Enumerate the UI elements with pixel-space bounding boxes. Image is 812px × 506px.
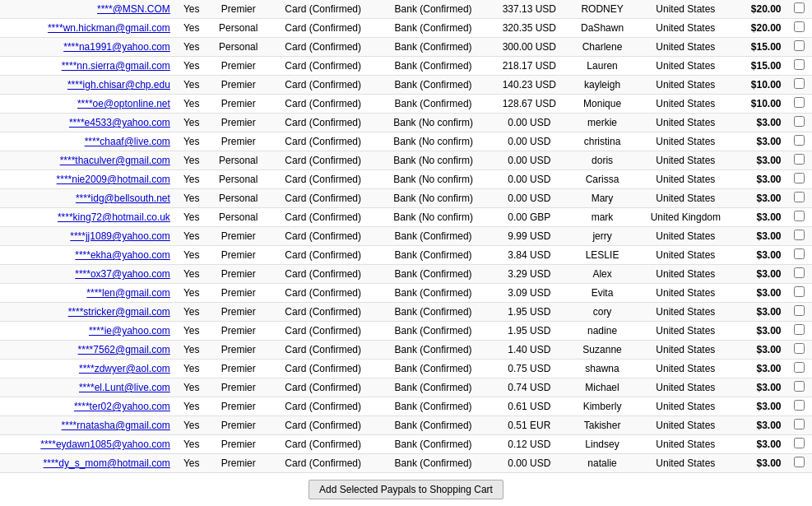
- email-cell[interactable]: ****jj1089@yahoo.com: [0, 227, 175, 246]
- verified-cell: Yes: [175, 114, 208, 132]
- type-cell: Personal: [207, 38, 269, 57]
- bank-cell: Bank (No confirm): [377, 189, 489, 208]
- email-cell[interactable]: ****king72@hotmail.co.uk: [0, 208, 175, 227]
- row-checkbox[interactable]: [794, 400, 805, 411]
- row-checkbox[interactable]: [794, 21, 805, 32]
- row-checkbox[interactable]: [794, 97, 805, 108]
- table-row: ****nn.sierra@gmail.comYesPremierCard (C…: [0, 57, 812, 76]
- card-cell: Card (Confirmed): [269, 265, 377, 284]
- email-cell[interactable]: ****wn.hickman@gmail.com: [0, 19, 175, 38]
- table-row: ****ekha@yahoo.comYesPremierCard (Confir…: [0, 246, 812, 265]
- checkbox-cell: [786, 246, 812, 265]
- row-checkbox[interactable]: [794, 154, 805, 165]
- email-cell[interactable]: ****zdwyer@aol.com: [0, 360, 175, 378]
- email-cell[interactable]: ****dy_s_mom@hotmail.com: [0, 454, 175, 473]
- row-checkbox[interactable]: [794, 230, 805, 240]
- row-checkbox[interactable]: [794, 419, 805, 429]
- email-cell[interactable]: ****ekha@yahoo.com: [0, 246, 175, 265]
- balance-cell: 1.95 USD: [490, 322, 569, 341]
- bank-cell: Bank (Confirmed): [377, 0, 489, 19]
- country-cell: United States: [635, 360, 735, 378]
- name-cell: Lauren: [569, 57, 635, 76]
- email-cell[interactable]: ****chaaf@live.com: [0, 132, 175, 151]
- amount-cell: $20.00: [735, 0, 786, 19]
- row-checkbox[interactable]: [794, 286, 805, 297]
- card-cell: Card (Confirmed): [269, 19, 377, 38]
- email-cell[interactable]: ****@MSN.COM: [0, 0, 175, 19]
- balance-cell: 1.95 USD: [490, 303, 569, 322]
- balance-cell: 3.29 USD: [490, 265, 569, 284]
- email-cell[interactable]: ****oe@optonline.net: [0, 95, 175, 114]
- country-cell: United States: [635, 246, 735, 265]
- email-cell[interactable]: ****ox37@yahoo.com: [0, 265, 175, 284]
- row-checkbox[interactable]: [794, 438, 805, 448]
- table-row: ****jj1089@yahoo.comYesPremierCard (Conf…: [0, 227, 812, 246]
- email-cell[interactable]: ****na1991@yahoo.com: [0, 38, 175, 57]
- email-cell[interactable]: ****rnatasha@gmail.com: [0, 416, 175, 435]
- amount-cell: $3.00: [735, 360, 786, 378]
- row-checkbox[interactable]: [794, 2, 805, 13]
- bank-cell: Bank (Confirmed): [377, 76, 489, 95]
- amount-cell: $15.00: [735, 57, 786, 76]
- bank-cell: Bank (Confirmed): [377, 416, 489, 435]
- name-cell: Michael: [569, 378, 635, 397]
- email-cell[interactable]: ****idg@bellsouth.net: [0, 189, 175, 208]
- email-cell[interactable]: ****el.Lunt@live.com: [0, 378, 175, 397]
- button-row: Add Selected Paypals to Shopping Cart: [0, 473, 812, 506]
- bank-cell: Bank (Confirmed): [377, 435, 489, 454]
- row-checkbox[interactable]: [794, 457, 805, 467]
- row-checkbox[interactable]: [794, 381, 805, 392]
- row-checkbox[interactable]: [794, 305, 805, 316]
- row-checkbox[interactable]: [794, 173, 805, 183]
- card-cell: Card (Confirmed): [269, 246, 377, 265]
- card-cell: Card (Confirmed): [269, 189, 377, 208]
- email-cell[interactable]: ****eydawn1085@yahoo.com: [0, 435, 175, 454]
- email-cell[interactable]: ****len@gmail.com: [0, 284, 175, 303]
- row-checkbox[interactable]: [794, 362, 805, 373]
- row-checkbox[interactable]: [794, 343, 805, 354]
- verified-cell: Yes: [175, 189, 208, 208]
- email-cell[interactable]: ****7562@gmail.com: [0, 341, 175, 360]
- balance-cell: 0.00 GBP: [490, 208, 569, 227]
- card-cell: Card (Confirmed): [269, 416, 377, 435]
- verified-cell: Yes: [175, 303, 208, 322]
- table-row: ****thaculver@gmail.comYesPersonalCard (…: [0, 151, 812, 170]
- paypal-table: ****@MSN.COMYesPremierCard (Confirmed)Ba…: [0, 0, 812, 473]
- email-cell[interactable]: ****stricker@gmail.com: [0, 303, 175, 322]
- row-checkbox[interactable]: [794, 135, 805, 146]
- email-cell[interactable]: ****thaculver@gmail.com: [0, 151, 175, 170]
- row-checkbox[interactable]: [794, 248, 805, 259]
- row-checkbox[interactable]: [794, 267, 805, 278]
- checkbox-cell: [786, 170, 812, 189]
- checkbox-cell: [786, 76, 812, 95]
- email-cell[interactable]: ****ie@yahoo.com: [0, 322, 175, 341]
- name-cell: nadine: [569, 322, 635, 341]
- row-checkbox[interactable]: [794, 116, 805, 127]
- verified-cell: Yes: [175, 0, 208, 19]
- name-cell: kayleigh: [569, 76, 635, 95]
- table-row: ****stricker@gmail.comYesPremierCard (Co…: [0, 303, 812, 322]
- add-to-cart-button[interactable]: Add Selected Paypals to Shopping Cart: [309, 480, 503, 499]
- email-cell[interactable]: ****ter02@yahoo.com: [0, 397, 175, 416]
- checkbox-cell: [786, 284, 812, 303]
- card-cell: Card (Confirmed): [269, 114, 377, 132]
- email-cell[interactable]: ****nie2009@hotmail.com: [0, 170, 175, 189]
- email-cell[interactable]: ****igh.chisar@chp.edu: [0, 76, 175, 95]
- email-cell[interactable]: ****nn.sierra@gmail.com: [0, 57, 175, 76]
- name-cell: Mary: [569, 189, 635, 208]
- row-checkbox[interactable]: [794, 78, 805, 89]
- type-cell: Premier: [207, 284, 269, 303]
- name-cell: natalie: [569, 454, 635, 473]
- row-checkbox[interactable]: [794, 192, 805, 202]
- amount-cell: $3.00: [735, 208, 786, 227]
- row-checkbox[interactable]: [794, 324, 805, 335]
- table-row: ****igh.chisar@chp.eduYesPremierCard (Co…: [0, 76, 812, 95]
- country-cell: United States: [635, 341, 735, 360]
- name-cell: Alex: [569, 265, 635, 284]
- email-cell[interactable]: ****e4533@yahoo.com: [0, 114, 175, 132]
- verified-cell: Yes: [175, 416, 208, 435]
- row-checkbox[interactable]: [794, 211, 805, 221]
- country-cell: United States: [635, 416, 735, 435]
- row-checkbox[interactable]: [794, 59, 805, 70]
- row-checkbox[interactable]: [794, 40, 805, 51]
